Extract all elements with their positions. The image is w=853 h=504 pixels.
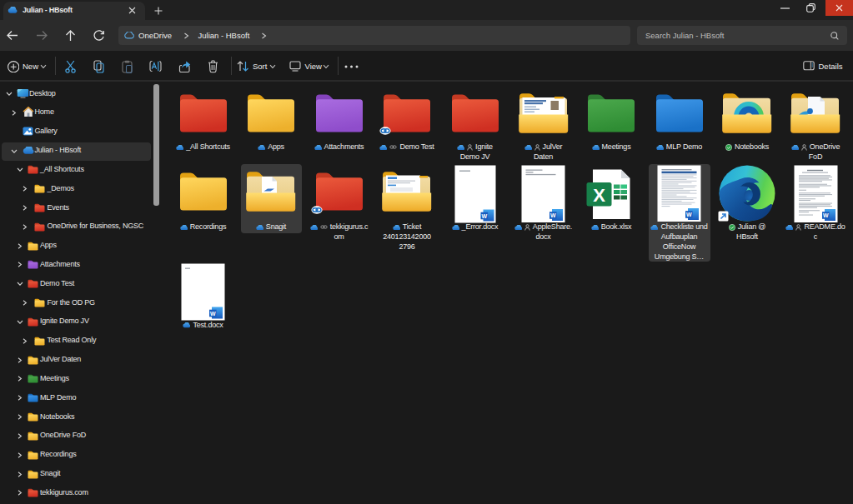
svg-text:W: W: [481, 212, 487, 218]
svg-text:W: W: [210, 311, 216, 317]
svg-text:W: W: [822, 212, 828, 218]
svg-text:X: X: [593, 184, 605, 205]
svg-text:W: W: [550, 212, 556, 218]
svg-text:W: W: [686, 212, 692, 217]
